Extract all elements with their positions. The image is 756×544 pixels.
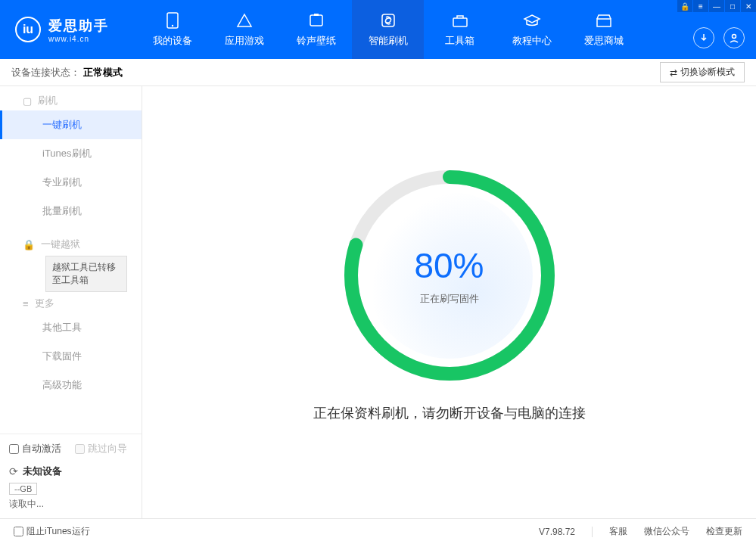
footer: 阻止iTunes运行 V7.98.72 客服 微信公众号 检查更新	[0, 518, 756, 544]
progress-message: 正在保资料刷机，请勿断开设备与电脑的连接	[313, 404, 586, 422]
refresh-icon[interactable]: ⟳	[9, 465, 18, 477]
svg-rect-2	[310, 15, 322, 26]
toolbox-icon	[452, 11, 468, 30]
connection-mode: 正常模式	[83, 67, 123, 78]
sidebar: ▢ 刷机 一键刷机 iTunes刷机 专业刷机 批量刷机 🔒 一键越狱 越狱工具…	[0, 86, 142, 518]
connection-status: 设备连接状态：正常模式	[11, 66, 123, 79]
flash-icon	[381, 11, 396, 30]
svg-rect-3	[314, 14, 319, 16]
status-bar: 设备连接状态：正常模式 ⇄ 切换诊断模式	[0, 59, 756, 86]
app-title: 爱思助手	[48, 17, 109, 35]
footer-link-support[interactable]: 客服	[609, 525, 627, 538]
ring-center: 80% 正在刷写固件	[336, 162, 563, 389]
jailbreak-tooltip: 越狱工具已转移至工具箱	[45, 256, 127, 292]
nav-flash[interactable]: 智能刷机	[352, 0, 424, 59]
user-icon[interactable]	[723, 27, 745, 48]
sidebar-item-oneclick-flash[interactable]: 一键刷机	[0, 110, 142, 139]
sidebar-group-flash: ▢ 刷机	[0, 86, 142, 110]
skip-guide-checkbox[interactable]: 跳过向导	[75, 442, 127, 455]
app-logo: iu 爱思助手 www.i4.cn	[0, 17, 136, 43]
logo-icon: iu	[15, 17, 41, 42]
logo-text: 爱思助手 www.i4.cn	[48, 17, 109, 43]
sidebar-item-pro-flash[interactable]: 专业刷机	[0, 168, 142, 197]
svg-rect-6	[597, 19, 611, 26]
device-icon	[166, 11, 179, 30]
device-reading: 读取中...	[9, 498, 132, 511]
swap-icon: ⇄	[670, 67, 677, 78]
win-maximize-icon[interactable]: □	[725, 0, 740, 12]
auto-activate-checkbox[interactable]: 自动激活	[9, 442, 61, 455]
window-controls: 🔒 ≡ — □ ✕	[677, 0, 756, 12]
sidebar-group-jailbreak: 🔒 一键越狱	[0, 230, 142, 254]
app-header: iu 爱思助手 www.i4.cn 我的设备 应用游戏 铃声壁纸 智能刷机 工具…	[0, 0, 756, 59]
ringtones-icon	[308, 11, 325, 30]
footer-link-update[interactable]: 检查更新	[706, 525, 742, 538]
progress-sub: 正在刷写固件	[420, 292, 479, 306]
sidebar-item-download-firmware[interactable]: 下载固件	[0, 342, 142, 371]
sidebar-bottom: 自动激活 跳过向导 ⟳ 未知设备 --GB 读取中...	[0, 434, 142, 518]
win-menu-icon[interactable]: ≡	[693, 0, 708, 12]
sidebar-item-advanced[interactable]: 高级功能	[0, 371, 142, 399]
svg-point-7	[733, 35, 736, 39]
device-storage: --GB	[9, 483, 37, 495]
store-icon	[596, 11, 612, 30]
nav-ringtones[interactable]: 铃声壁纸	[280, 0, 352, 59]
download-icon[interactable]	[693, 27, 714, 48]
device-row: ⟳ 未知设备	[9, 465, 132, 478]
sidebar-item-other-tools[interactable]: 其他工具	[0, 313, 142, 342]
main-body: ▢ 刷机 一键刷机 iTunes刷机 专业刷机 批量刷机 🔒 一键越狱 越狱工具…	[0, 86, 756, 518]
progress-ring: 80% 正在刷写固件	[336, 162, 563, 389]
nav-toolbox[interactable]: 工具箱	[424, 0, 496, 59]
nav-store[interactable]: 爱思商城	[568, 0, 639, 59]
version-label: V7.98.72	[539, 527, 575, 537]
progress-percent: 80%	[414, 245, 484, 286]
phone-icon: ▢	[23, 95, 32, 107]
nav-apps[interactable]: 应用游戏	[208, 0, 280, 59]
more-icon: ≡	[23, 298, 29, 309]
nav-tutorials[interactable]: 教程中心	[496, 0, 568, 59]
win-minimize-icon[interactable]: —	[709, 0, 724, 12]
svg-rect-5	[453, 18, 467, 26]
win-lock-icon[interactable]: 🔒	[677, 0, 692, 12]
win-close-icon[interactable]: ✕	[741, 0, 756, 12]
block-itunes-checkbox[interactable]: 阻止iTunes运行	[14, 525, 90, 538]
svg-point-1	[171, 25, 173, 26]
app-subtitle: www.i4.cn	[48, 35, 109, 43]
main-nav: 我的设备 应用游戏 铃声壁纸 智能刷机 工具箱 教程中心 爱思商城	[136, 0, 639, 59]
lock-icon: 🔒	[23, 239, 35, 250]
sidebar-group-more: ≡ 更多	[0, 289, 142, 313]
apps-icon	[236, 11, 253, 30]
header-actions	[693, 27, 745, 48]
diagnostic-mode-button[interactable]: ⇄ 切换诊断模式	[660, 62, 745, 82]
sidebar-item-batch-flash[interactable]: 批量刷机	[0, 197, 142, 225]
footer-link-wechat[interactable]: 微信公众号	[644, 525, 689, 538]
tutorials-icon	[523, 11, 541, 30]
device-name: 未知设备	[23, 465, 62, 478]
main-content: 80% 正在刷写固件 正在保资料刷机，请勿断开设备与电脑的连接	[142, 86, 756, 518]
nav-my-device[interactable]: 我的设备	[136, 0, 208, 59]
sidebar-item-itunes-flash[interactable]: iTunes刷机	[0, 139, 142, 168]
